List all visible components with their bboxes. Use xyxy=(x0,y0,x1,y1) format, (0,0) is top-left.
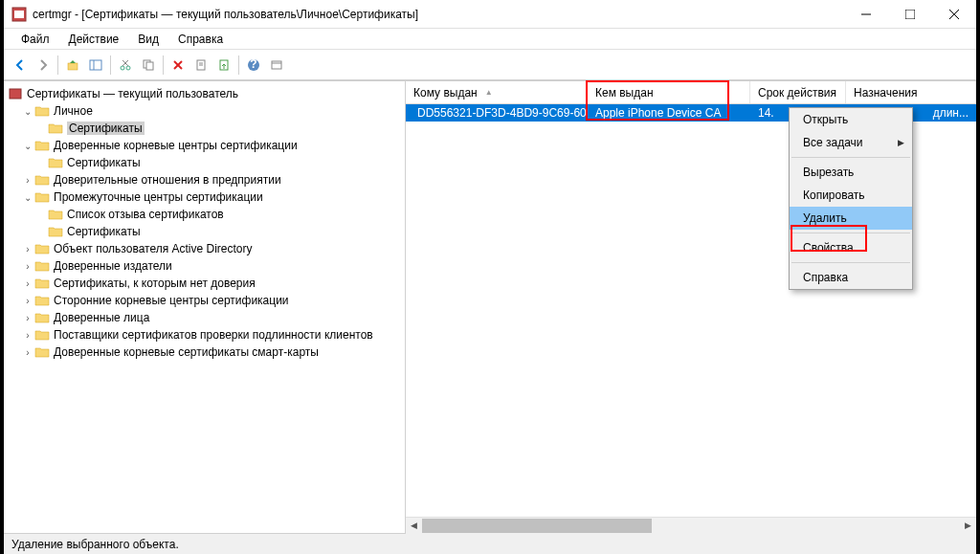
copy-button[interactable] xyxy=(138,55,159,76)
tree-trusted-root[interactable]: ⌄ Доверенные корневые центры сертификаци… xyxy=(4,137,405,154)
tree-personal-label: Личное xyxy=(54,104,93,118)
scroll-left-button[interactable]: ◀ xyxy=(406,518,422,534)
menu-view[interactable]: Вид xyxy=(128,31,168,48)
tree-ad-user[interactable]: › Объект пользователя Active Directory xyxy=(4,240,405,257)
cut-button[interactable] xyxy=(115,55,136,76)
tree-certificates-intermediate[interactable]: Сертификаты xyxy=(4,223,405,240)
ctx-cut[interactable]: Вырезать xyxy=(790,161,912,184)
chevron-right-icon: ▶ xyxy=(898,138,904,147)
tree-trusted-people-label: Доверенные лица xyxy=(54,311,149,324)
tree-smartcard[interactable]: › Доверенные корневые сертификаты смарт-… xyxy=(4,343,405,361)
horizontal-scrollbar[interactable]: ◀ ▶ xyxy=(406,517,976,533)
scroll-track[interactable] xyxy=(422,518,960,534)
up-button[interactable] xyxy=(62,55,83,76)
content-area: Сертификаты — текущий пользователь ⌄ Лич… xyxy=(4,80,976,533)
tree-intermediate-label: Промежуточные центры сертификации xyxy=(54,190,263,204)
ctx-help[interactable]: Справка xyxy=(790,266,912,289)
menu-action[interactable]: Действие xyxy=(59,31,129,48)
ctx-open[interactable]: Открыть xyxy=(790,108,912,131)
tree-panel[interactable]: Сертификаты — текущий пользователь ⌄ Лич… xyxy=(4,81,406,533)
svg-point-9 xyxy=(121,66,124,70)
ctx-copy[interactable]: Копировать xyxy=(790,184,912,207)
status-text: Удаление выбранного объекта. xyxy=(11,538,179,551)
export-button[interactable] xyxy=(213,55,234,76)
tree-enterprise-trust[interactable]: › Доверительные отношения в предприятии xyxy=(4,171,405,188)
svg-rect-3 xyxy=(905,10,915,19)
tree-trusted-root-label: Доверенные корневые центры сертификации xyxy=(54,139,298,152)
tree-client-auth[interactable]: › Поставщики сертификатов проверки подли… xyxy=(4,326,405,343)
separator xyxy=(791,262,910,263)
svg-rect-1 xyxy=(14,11,24,18)
tree-personal[interactable]: ⌄ Личное xyxy=(4,102,405,120)
svg-rect-25 xyxy=(10,89,21,99)
ctx-all-tasks[interactable]: Все задачи▶ xyxy=(790,131,912,154)
tree-third-party-label: Сторонние корневые центры сертификации xyxy=(54,294,289,307)
col-issued-by[interactable]: Кем выдан xyxy=(588,81,750,103)
collapse-icon[interactable]: ⌄ xyxy=(21,106,34,117)
expand-icon[interactable]: › xyxy=(21,278,34,289)
expand-icon[interactable]: › xyxy=(21,244,34,255)
main-window: certmgr - [Сертификаты — текущий пользов… xyxy=(4,0,976,554)
folder-icon xyxy=(48,155,63,170)
tree-root[interactable]: Сертификаты — текущий пользователь xyxy=(4,85,405,102)
col-purposes[interactable]: Назначения xyxy=(846,81,976,103)
tree-untrusted[interactable]: › Сертификаты, к которым нет доверия xyxy=(4,275,405,292)
menu-help[interactable]: Справка xyxy=(168,31,233,48)
tree-trusted-people[interactable]: › Доверенные лица xyxy=(4,309,405,326)
list-body[interactable]: DD556321-DF3D-4BD9-9C69-60... Apple iPho… xyxy=(406,104,976,517)
tree-crl[interactable]: Список отзыва сертификатов xyxy=(4,206,405,223)
expand-icon[interactable]: › xyxy=(21,313,34,323)
folder-icon xyxy=(34,276,50,291)
minimize-button[interactable] xyxy=(844,0,888,28)
collapse-icon[interactable]: ⌄ xyxy=(21,141,34,151)
sort-asc-icon: ▲ xyxy=(485,88,493,97)
show-hide-tree-button[interactable] xyxy=(85,55,106,76)
forward-button[interactable] xyxy=(33,55,54,76)
folder-icon xyxy=(34,310,50,325)
tree-certificates2-label: Сертификаты xyxy=(67,156,141,169)
statusbar: Удаление выбранного объекта. xyxy=(4,533,976,554)
expand-icon[interactable]: › xyxy=(21,347,34,358)
tree-third-party[interactable]: › Сторонние корневые центры сертификации xyxy=(4,292,405,309)
folder-icon xyxy=(34,258,50,274)
collapse-icon[interactable]: ⌄ xyxy=(21,192,34,203)
folder-icon xyxy=(34,241,50,256)
maximize-button[interactable] xyxy=(888,0,932,28)
folder-icon xyxy=(48,207,63,222)
properties-button[interactable] xyxy=(190,55,212,76)
tree-certificates3-label: Сертификаты xyxy=(67,225,141,238)
folder-icon xyxy=(34,344,50,360)
back-button[interactable] xyxy=(10,55,31,76)
folder-icon xyxy=(34,172,50,188)
folder-icon xyxy=(34,293,50,308)
context-menu: Открыть Все задачи▶ Вырезать Копировать … xyxy=(789,107,913,290)
cell-issued-by: Apple iPhone Device CA xyxy=(588,106,750,120)
col-expiration[interactable]: Срок действия xyxy=(750,81,846,103)
scroll-thumb[interactable] xyxy=(422,519,652,533)
folder-icon xyxy=(34,327,50,343)
column-headers: Кому выдан▲ Кем выдан Срок действия Назн… xyxy=(406,81,976,104)
tree-certificates-label: Сертификаты xyxy=(67,122,145,135)
expand-icon[interactable]: › xyxy=(21,296,34,306)
cell-issued-to: DD556321-DF3D-4BD9-9C69-60... xyxy=(406,106,588,120)
tree-certificates-personal[interactable]: Сертификаты xyxy=(4,120,405,137)
expand-icon[interactable]: › xyxy=(21,330,34,341)
svg-point-10 xyxy=(126,66,130,70)
close-button[interactable] xyxy=(932,0,976,28)
tree-untrusted-label: Сертификаты, к которым нет доверия xyxy=(54,277,256,290)
col-issued-to[interactable]: Кому выдан▲ xyxy=(406,81,588,103)
ctx-delete[interactable]: Удалить xyxy=(790,207,912,230)
tree-trusted-publishers[interactable]: › Доверенные издатели xyxy=(4,257,405,275)
menu-file[interactable]: Файл xyxy=(11,31,59,48)
window-title: certmgr - [Сертификаты — текущий пользов… xyxy=(33,8,844,21)
help-button-toolbar[interactable]: ? xyxy=(243,55,264,76)
expand-icon[interactable]: › xyxy=(21,261,34,272)
ctx-properties[interactable]: Свойства xyxy=(790,236,912,259)
delete-button[interactable] xyxy=(167,55,189,76)
scroll-right-button[interactable]: ▶ xyxy=(960,518,976,534)
tree-intermediate[interactable]: ⌄ Промежуточные центры сертификации xyxy=(4,188,405,206)
refresh-button[interactable] xyxy=(266,55,287,76)
expand-icon[interactable]: › xyxy=(21,175,34,186)
tree-certificates-trusted-root[interactable]: Сертификаты xyxy=(4,154,405,171)
titlebar[interactable]: certmgr - [Сертификаты — текущий пользов… xyxy=(4,0,976,29)
